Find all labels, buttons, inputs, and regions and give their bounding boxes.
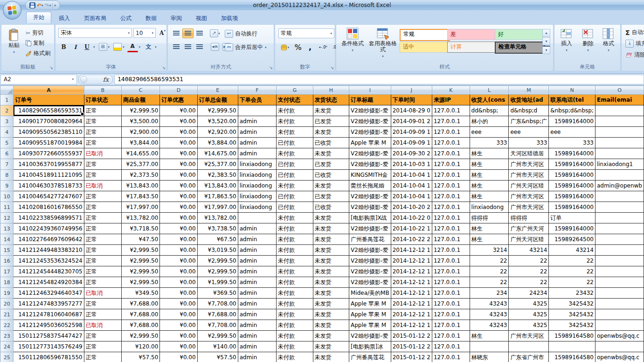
cell-F21[interactable]: admin: [238, 309, 276, 320]
cell-F23[interactable]: admin: [238, 331, 276, 341]
cell-J20[interactable]: 2014-12-12 1: [391, 299, 432, 309]
row-header-9[interactable]: 9: [0, 181, 14, 191]
cell-E4[interactable]: ¥2,920.00: [197, 127, 238, 138]
tab-data[interactable]: 数据: [139, 13, 163, 23]
cell-C12[interactable]: ¥13,782.00: [122, 213, 160, 223]
cell-M13[interactable]: 广东广州天河: [509, 223, 549, 234]
cell-C14[interactable]: ¥47.50: [122, 234, 160, 245]
autosum-button[interactable]: Σ自动求和: [625, 28, 644, 36]
cell-E23[interactable]: ¥2,999.50: [197, 331, 238, 341]
cell-H8[interactable]: 已收货: [313, 170, 349, 181]
accounting-format-button[interactable]: ▾: [278, 42, 291, 52]
number-dialog-launcher[interactable]: ↘: [330, 66, 334, 70]
cell-G1[interactable]: 支付状态: [277, 95, 313, 105]
cell-D7[interactable]: ¥0.00: [160, 159, 197, 170]
cell-H22[interactable]: 未发货: [313, 320, 349, 331]
cell-C11[interactable]: ¥17,997.00: [122, 202, 160, 213]
borders-icon[interactable]: ⊞: [99, 43, 107, 51]
row-header-1[interactable]: 1: [0, 95, 14, 105]
cell-D14[interactable]: ¥0.00: [160, 234, 197, 245]
row-header-2[interactable]: 2: [0, 105, 14, 116]
cell-L16[interactable]: 22: [470, 256, 509, 266]
cell-G13[interactable]: 未付款: [277, 223, 313, 234]
cell-A18[interactable]: 141212454824920384: [14, 277, 84, 288]
cell-G18[interactable]: 未付款: [277, 277, 313, 288]
format-cells-button[interactable]: 格式 ▾: [599, 28, 618, 54]
cell-D25[interactable]: ¥0.00: [160, 352, 197, 362]
alignment-dialog-launcher[interactable]: ↘: [269, 66, 273, 70]
cell-J9[interactable]: 2014-10-04 1: [391, 181, 432, 191]
clipboard-dialog-launcher[interactable]: ↘: [49, 66, 53, 70]
cell-N1[interactable]: 联系电话(tel: [549, 95, 596, 105]
cell-G20[interactable]: 未付款: [277, 299, 313, 309]
cell-C9[interactable]: ¥13,843.00: [122, 181, 160, 191]
insert-function-button[interactable]: fx: [78, 75, 113, 84]
row-header-7[interactable]: 7: [0, 159, 14, 170]
cell-O8[interactable]: [595, 170, 644, 181]
cell-E19[interactable]: ¥369.50: [197, 288, 238, 299]
cell-D11[interactable]: ¥0.00: [160, 202, 197, 213]
cell-N21[interactable]: 3425432: [549, 309, 596, 320]
cell-A22[interactable]: 141212495036052598: [14, 320, 84, 331]
cell-L14[interactable]: 林生: [470, 234, 509, 245]
cell-L1[interactable]: 收货人(cons: [470, 95, 509, 105]
cell-E11[interactable]: ¥17,997.00: [197, 202, 238, 213]
format-painter-button[interactable]: 格式刷: [26, 49, 50, 57]
cell-D21[interactable]: ¥0.00: [160, 309, 197, 320]
font-size-select[interactable]: 10▾: [133, 28, 156, 38]
gallery-scroll-down-button[interactable]: ▾: [542, 37, 550, 45]
cell-H2[interactable]: 未发货: [313, 105, 349, 116]
phonetic-guide-button[interactable]: 文: [143, 42, 154, 52]
cell-E20[interactable]: ¥7,708.00: [197, 299, 238, 309]
cell-B2[interactable]: 正常: [84, 105, 121, 116]
column-header-E[interactable]: E: [197, 86, 238, 95]
cell-J14[interactable]: 2014-10-22 2: [391, 234, 432, 245]
cell-A7[interactable]: 141003637019955877: [14, 159, 84, 170]
font-dialog-launcher[interactable]: ↘: [162, 66, 166, 70]
row-header-11[interactable]: 11: [0, 202, 14, 213]
cell-C10[interactable]: ¥17,843.50: [122, 191, 160, 202]
cell-I8[interactable]: KINGSMITH金: [349, 170, 391, 181]
paste-button[interactable]: 粘贴 ▾: [4, 28, 24, 56]
cell-E2[interactable]: ¥2,999.50: [197, 105, 238, 116]
name-box[interactable]: A2▾: [0, 75, 77, 84]
cell-M2[interactable]: d&nbsp;d: [509, 105, 549, 116]
cell-A8[interactable]: 141004518911121095: [14, 170, 84, 181]
cell-E25[interactable]: ¥57.50: [197, 352, 238, 362]
cell-J24[interactable]: 2015-01-12 2: [391, 341, 432, 352]
align-left-button[interactable]: [171, 42, 182, 52]
cell-D8[interactable]: ¥0.00: [160, 170, 197, 181]
cell-O6[interactable]: [595, 148, 644, 159]
cell-J18[interactable]: 2014-12-12 1: [391, 277, 432, 288]
cell-I10[interactable]: V2婚纱摄影-爱: [349, 191, 391, 202]
cell-B21[interactable]: 正常: [84, 309, 121, 320]
insert-cells-button[interactable]: 插入 ▾: [557, 28, 576, 54]
cell-F4[interactable]: admin: [238, 127, 276, 138]
cell-H5[interactable]: 已收货: [313, 138, 349, 148]
cell-E21[interactable]: ¥7,688.00: [197, 309, 238, 320]
cell-L5[interactable]: 333: [470, 138, 509, 148]
increase-decimal-button[interactable]: ←.0⁰: [317, 42, 330, 52]
row-header-21[interactable]: 21: [0, 309, 14, 320]
cell-O14[interactable]: [595, 234, 644, 245]
merge-center-button[interactable]: ↔合并后居中▾: [225, 43, 267, 51]
cell-O22[interactable]: [595, 320, 644, 331]
cell-F8[interactable]: linxiaodong: [238, 170, 276, 181]
decrease-indent-button[interactable]: ◂≡: [209, 42, 221, 52]
column-header-A[interactable]: A: [14, 86, 84, 95]
cell-B1[interactable]: 订单状态: [84, 95, 121, 105]
cell-H16[interactable]: 未发货: [313, 256, 349, 266]
cell-N25[interactable]: 15989164580: [549, 352, 596, 362]
cell-F22[interactable]: admin: [238, 320, 276, 331]
cell-J23[interactable]: 2015-01-12 2: [391, 331, 432, 341]
cell-C4[interactable]: ¥2,900.00: [122, 127, 160, 138]
row-header-15[interactable]: 15: [0, 245, 14, 256]
cell-B11[interactable]: 正常: [84, 202, 121, 213]
cell-E7[interactable]: ¥25,377.00: [197, 159, 238, 170]
cell-E22[interactable]: ¥7,708.00: [197, 320, 238, 331]
cell-F16[interactable]: admin: [238, 256, 276, 266]
row-header-16[interactable]: 16: [0, 256, 14, 266]
cell-M23[interactable]: 广州市天河区: [509, 331, 549, 341]
cell-H17[interactable]: 未发货: [313, 266, 349, 277]
cell-O16[interactable]: [595, 256, 644, 266]
